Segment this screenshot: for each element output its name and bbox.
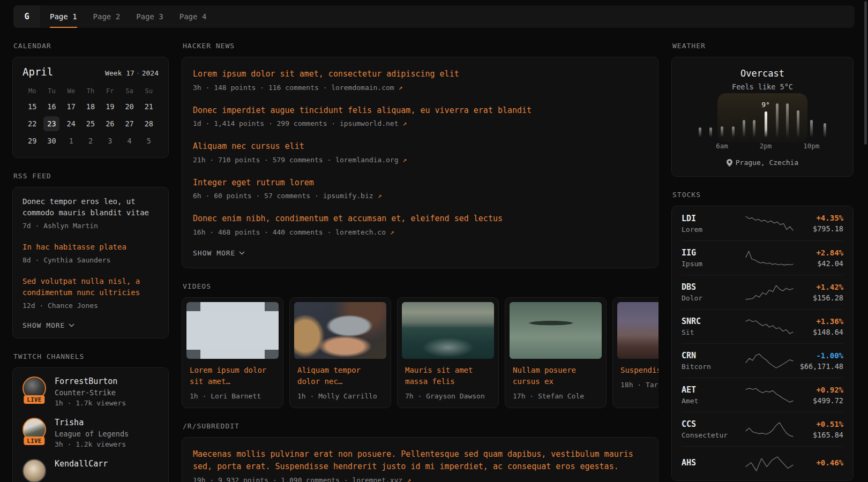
video-card[interactable]: Nullam posuere cursus ex 17h · Stefan Co…: [505, 297, 607, 408]
channel-name[interactable]: Trisha: [55, 418, 129, 427]
weather-location: Prague, Czechia: [682, 159, 843, 167]
rss-item-meta: 7d · Ashlyn Martin: [23, 222, 159, 230]
video-thumbnail[interactable]: [617, 302, 659, 359]
stock-price: $66,171.48: [794, 362, 843, 371]
subreddit-post-meta: 19h · 9,932 points · 1,090 comments · lo…: [193, 476, 647, 482]
rss-item: Sed volutpat nulla nisl, a condimentum n…: [23, 276, 159, 310]
rss-item: In hac habitasse platea 8d · Cynthia Sau…: [23, 242, 159, 264]
avatar: LIVE: [23, 418, 46, 441]
external-link-icon[interactable]: ↗: [402, 119, 407, 127]
stock-name: Ipsum: [682, 260, 745, 268]
weather-bar: [753, 120, 755, 137]
tab-page-3[interactable]: Page 3: [136, 5, 163, 28]
calendar-day: 5: [139, 132, 159, 149]
chevron-down-icon: [239, 251, 245, 255]
external-link-icon[interactable]: ↗: [402, 156, 407, 164]
video-card[interactable]: Lorem ipsum dolor sit amet consectetu… 1…: [182, 297, 283, 408]
video-thumbnail[interactable]: [510, 302, 602, 359]
stock-name: Sit: [682, 328, 745, 336]
calendar-section-label: CALENDAR: [13, 42, 169, 50]
video-title-link[interactable]: Lorem ipsum dolor sit amet consectetu…: [190, 365, 275, 387]
rss-item-link[interactable]: In hac habitasse platea: [23, 242, 159, 253]
stock-sparkline: [745, 283, 794, 302]
video-title-link[interactable]: Aliquam tempor dolor nec pharetra…: [297, 365, 383, 387]
hn-show-more-button[interactable]: SHOW MORE: [193, 249, 647, 257]
video-thumbnail[interactable]: [294, 302, 386, 359]
hn-title-link[interactable]: Donec imperdiet augue tincidunt felis al…: [193, 104, 647, 117]
channel-name[interactable]: KendallCarr: [55, 459, 108, 469]
hn-title-link[interactable]: Integer eget rutrum lorem: [193, 177, 647, 189]
calendar-section: CALENDAR April Week 17·2024 MoTuWeThFrSa…: [12, 42, 169, 158]
weather-time-label: 10pm: [803, 142, 819, 150]
calendar-month: April: [23, 66, 53, 78]
calendar-day-header: Sa: [119, 84, 139, 98]
stock-ticker: LDI: [682, 214, 745, 223]
stock-row: CRNBitcorn -1.00%$66,171.48: [682, 343, 843, 378]
video-title-link[interactable]: Suspendisse diam: [620, 365, 659, 376]
rss-item-meta: 12d · Chance Jones: [23, 302, 159, 310]
twitch-section-label: TWITCH CHANNELS: [13, 352, 169, 360]
channel-name[interactable]: ForrestBurton: [55, 376, 126, 386]
right-column: WEATHER Overcast Feels like 5°C 6am9°2pm…: [671, 42, 854, 482]
stock-row: LDILorem +4.35%$795.18: [682, 206, 843, 240]
external-link-icon[interactable]: ↗: [407, 476, 411, 482]
video-title-link[interactable]: Nullam posuere cursus ex: [513, 365, 598, 387]
rss-item-link[interactable]: Donec tempor eros leo, ut commodo mauris…: [23, 196, 159, 219]
rss-item-link[interactable]: Sed volutpat nulla nisl, a condimentum n…: [23, 276, 159, 298]
avatar: [23, 459, 46, 482]
stock-ticker: CCS: [682, 419, 745, 429]
twitch-channel-row[interactable]: KendallCarr: [23, 459, 159, 482]
hn-item: Integer eget rutrum lorem 6h · 60 points…: [193, 177, 647, 200]
calendar-day: 28: [139, 115, 159, 132]
video-card[interactable]: Aliquam tempor dolor nec pharetra… 1h · …: [289, 297, 391, 408]
weather-bar: [699, 127, 701, 137]
video-card[interactable]: Mauris sit amet massa felis 7h · Grayson…: [397, 297, 499, 408]
calendar-day: 22: [23, 115, 42, 132]
video-card[interactable]: Suspendisse diam 18h · Tara: [612, 297, 659, 408]
weather-feels-like: Feels like 5°C: [682, 82, 843, 91]
location-pin-icon: [727, 159, 732, 167]
app-logo[interactable]: G: [13, 5, 40, 28]
calendar-day: 20: [119, 98, 139, 115]
twitch-channel-row[interactable]: LIVE ForrestBurton Counter-Strike 1h · 1…: [23, 376, 159, 407]
hn-meta: 21h · 710 points · 579 comments · loreml…: [193, 156, 647, 164]
calendar-day: 26: [100, 115, 119, 132]
video-title-link[interactable]: Mauris sit amet massa felis: [405, 365, 491, 387]
tab-page-1[interactable]: Page 1: [50, 5, 77, 28]
video-thumbnail[interactable]: [402, 302, 494, 359]
scrollbar-thumb[interactable]: [864, 1, 867, 145]
stock-name: Consectetur: [682, 431, 745, 439]
hackernews-section: HACKER NEWS Lorem ipsum dolor sit amet, …: [182, 42, 659, 268]
tab-page-4[interactable]: Page 4: [179, 5, 207, 28]
weather-card: Overcast Feels like 5°C 6am9°2pm10pm Pra…: [671, 57, 854, 177]
external-link-icon[interactable]: ↗: [377, 192, 381, 200]
stock-sparkline: [745, 454, 794, 473]
stock-change: -1.00%: [794, 351, 843, 360]
hn-title-link[interactable]: Donec enim nibh, condimentum et accumsan…: [193, 213, 647, 225]
twitch-card: LIVE ForrestBurton Counter-Strike 1h · 1…: [12, 367, 169, 482]
page-scrollbar[interactable]: [864, 0, 867, 482]
stock-ticker: AHS: [682, 458, 745, 468]
video-thumbnail[interactable]: [186, 302, 279, 359]
weather-bar-column: [772, 101, 782, 150]
weather-bar-column: [739, 101, 750, 150]
calendar-day: 3: [100, 132, 119, 149]
external-link-icon[interactable]: ↗: [399, 84, 403, 92]
subreddit-post-link[interactable]: Maecenas mollis pulvinar erat non posuer…: [193, 448, 647, 473]
external-link-icon[interactable]: ↗: [390, 228, 394, 236]
stock-price: $795.18: [794, 224, 843, 233]
video-meta: 1h · Molly Carrillo: [297, 392, 383, 400]
hn-item: Lorem ipsum dolor sit amet, consectetur …: [193, 68, 647, 92]
stock-sparkline: [745, 317, 794, 336]
subreddit-section-label: /R/SUBREDDIT: [183, 422, 659, 430]
hn-meta: 3h · 148 points · 116 comments · loremdo…: [193, 84, 647, 92]
calendar-day: 17: [62, 98, 81, 115]
hn-title-link[interactable]: Lorem ipsum dolor sit amet, consectetur …: [193, 68, 647, 80]
stock-price: $42.04: [794, 259, 843, 268]
tab-page-2[interactable]: Page 2: [93, 5, 121, 28]
hn-title-link[interactable]: Aliquam nec cursus elit: [193, 140, 647, 153]
twitch-channel-row[interactable]: LIVE Trisha League of Legends 3h · 1.2k …: [23, 418, 159, 448]
stock-ticker: CRN: [682, 351, 745, 360]
weather-bar: [743, 120, 745, 137]
rss-show-more-button[interactable]: SHOW MORE: [23, 321, 159, 329]
